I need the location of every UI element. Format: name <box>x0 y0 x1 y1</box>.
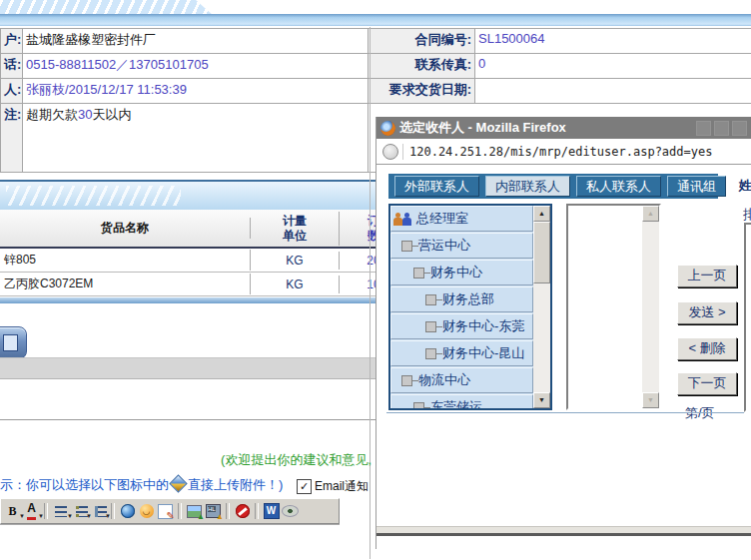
no-entry-icon <box>236 504 250 518</box>
scroll-down-button[interactable]: ▼ <box>642 392 659 408</box>
customer-label-cut: 户: <box>1 29 23 54</box>
email-notify-checkbox[interactable]: ✓ <box>297 479 312 494</box>
url-text[interactable]: 120.24.251.28/mis/mrp/edituser.asp?add=y… <box>409 145 712 159</box>
site-globe-icon <box>382 144 398 160</box>
indent-button[interactable]: ▼ <box>90 503 107 520</box>
tab-private-contacts[interactable]: 私人联系人 <box>576 176 661 197</box>
emoticon-button[interactable]: ◡ <box>138 503 155 520</box>
popup-content: 外部联系人 内部联系人 私人联系人 通讯组 姓 总经理室 营运中心 财务中心 财… <box>376 165 751 526</box>
tree-item[interactable]: 物流中心 <box>390 367 533 393</box>
url-separator <box>402 144 403 160</box>
delivery-date-label: 要求交货日期: <box>369 79 475 104</box>
col-header-unit: 计量单位 <box>251 212 340 246</box>
maximize-button[interactable] <box>714 121 729 136</box>
preview-button[interactable] <box>282 503 299 520</box>
selected-recipients-list[interactable]: ▲ ▼ <box>566 204 661 410</box>
contact-tabbar: 外部联系人 内部联系人 私人联系人 通讯组 <box>388 174 718 199</box>
list-scrollbar[interactable]: ▲ ▼ <box>642 206 659 408</box>
eye-icon <box>282 505 299 517</box>
department-tree: 总经理室 营运中心 财务中心 财务总部 财务中心-东莞 财务中心-昆山 物流中心… <box>388 204 552 410</box>
upload-attachment-icon[interactable] <box>169 474 187 492</box>
upload-image-button[interactable] <box>186 503 203 520</box>
tab-groups[interactable]: 通讯组 <box>667 176 726 197</box>
tree-item[interactable]: 营运中心 <box>390 233 533 259</box>
scroll-up-button[interactable]: ▲ <box>533 206 550 222</box>
tree-item-label: 财务总部 <box>442 290 494 308</box>
numbered-list-button[interactable]: ▼ <box>71 503 88 520</box>
tree-scrollbar[interactable]: ▲ ▼ <box>533 206 550 408</box>
tree-item-label: 物流中心 <box>418 371 470 389</box>
remark-number: 30 <box>78 107 92 122</box>
product-name: 乙丙胶C3072EM <box>0 274 251 294</box>
media-blocked-button[interactable] <box>234 503 251 520</box>
prev-page-button[interactable]: 上一页 <box>677 265 737 287</box>
partial-blue-button[interactable] <box>0 326 27 359</box>
toolbar-separator <box>111 503 115 519</box>
unit-line2: 单位 <box>255 229 335 244</box>
editor-toolbar: B▼ A▼ ▼ ▼ ▼ ◡ W <box>0 498 340 524</box>
tree-item-label: 东莞储运 <box>430 398 482 410</box>
tab-internal-contacts[interactable]: 内部联系人 <box>485 176 570 197</box>
dropdown-caret-icon: ▼ <box>38 513 44 519</box>
tree-rows: 总经理室 营运中心 财务中心 财务总部 财务中心-东莞 财务中心-昆山 物流中心… <box>390 206 533 410</box>
select-recipient-window: 选定收件人 - Mozilla Firefox 120.24.251.28/mi… <box>376 117 751 549</box>
next-page-button[interactable]: 下一页 <box>677 372 737 395</box>
word-import-button[interactable]: W <box>263 503 280 520</box>
tree-node-icon <box>401 375 412 386</box>
popup-title: 选定收件人 - Mozilla Firefox <box>399 119 566 137</box>
delivery-date-value <box>475 79 751 104</box>
sort-label-cut: 排 <box>743 206 751 224</box>
toolbar-separator <box>178 503 182 519</box>
scrollbar-thumb[interactable] <box>533 222 550 283</box>
phone-value: 0515-88811502／13705101705 <box>23 54 369 79</box>
popup-urlbar[interactable]: 120.24.251.28/mis/mrp/edituser.asp?add=y… <box>376 139 751 165</box>
upload-link-text[interactable]: 直接上传附件！) <box>188 477 283 492</box>
edit-table-button[interactable] <box>157 503 174 520</box>
tree-item[interactable]: 东莞储运 <box>390 394 533 410</box>
close-button[interactable] <box>732 121 747 136</box>
tree-item-root[interactable]: 总经理室 <box>390 206 533 232</box>
popup-bottom-edge <box>376 533 751 536</box>
smiley-icon: ◡ <box>140 504 154 518</box>
product-unit: KG <box>251 276 340 293</box>
product-unit: KG <box>251 252 340 270</box>
remark-label-cut: 注: <box>1 104 23 173</box>
people-icon <box>392 212 414 226</box>
tree-item-label: 总经理室 <box>416 210 468 228</box>
remark-value[interactable]: 超期欠款30天以内 <box>23 104 369 173</box>
tree-item-label: 财务中心-昆山 <box>442 344 524 362</box>
word-icon: W <box>264 503 280 519</box>
popup-bottom-frame <box>376 526 751 533</box>
bold-button[interactable]: B▼ <box>4 503 21 520</box>
phone-label-cut: 话: <box>1 54 23 79</box>
popup-titlebar[interactable]: 选定收件人 - Mozilla Firefox <box>376 117 751 139</box>
customer-name-value: 盐城隆盛橡塑密封件厂 <box>23 29 369 54</box>
screen: 户: 盐城隆盛橡塑密封件厂 合同编号: SL1500064 话: 0515-88… <box>0 0 751 560</box>
send-button[interactable]: 发送 > <box>677 301 737 324</box>
col-header-name: 货品名称 <box>0 218 251 239</box>
section-bar-stripes <box>6 186 181 206</box>
operator-label-cut: 人: <box>1 79 23 104</box>
tab-external-contacts[interactable]: 外部联系人 <box>394 176 479 197</box>
align-button[interactable]: ▼ <box>52 503 69 520</box>
hyperlink-button[interactable] <box>119 503 136 520</box>
tree-node-icon <box>413 268 424 279</box>
toolbar-separator <box>226 503 230 519</box>
scroll-up-button[interactable]: ▲ <box>642 206 659 222</box>
bold-icon: B <box>8 504 16 519</box>
tree-node-icon <box>425 321 436 332</box>
tree-item[interactable]: 财务中心-东莞 <box>390 313 533 339</box>
minimize-button[interactable] <box>696 121 711 136</box>
name-label-cut: 姓 <box>739 177 751 195</box>
window-controls[interactable] <box>696 121 747 136</box>
email-notify-group: ✓ Email通知 <box>297 478 369 495</box>
font-color-button[interactable]: A▼ <box>23 503 40 520</box>
tree-item-label: 营运中心 <box>418 237 470 255</box>
tree-item[interactable]: 财务中心 <box>390 260 533 285</box>
upload-file-button[interactable] <box>205 503 222 520</box>
scroll-down-button[interactable]: ▼ <box>533 392 550 408</box>
delete-button[interactable]: < 删除 <box>677 337 737 360</box>
tree-item[interactable]: 财务总部 <box>390 286 533 312</box>
tree-item[interactable]: 财务中心-昆山 <box>390 340 533 366</box>
page-top-blue-bar <box>0 14 751 26</box>
